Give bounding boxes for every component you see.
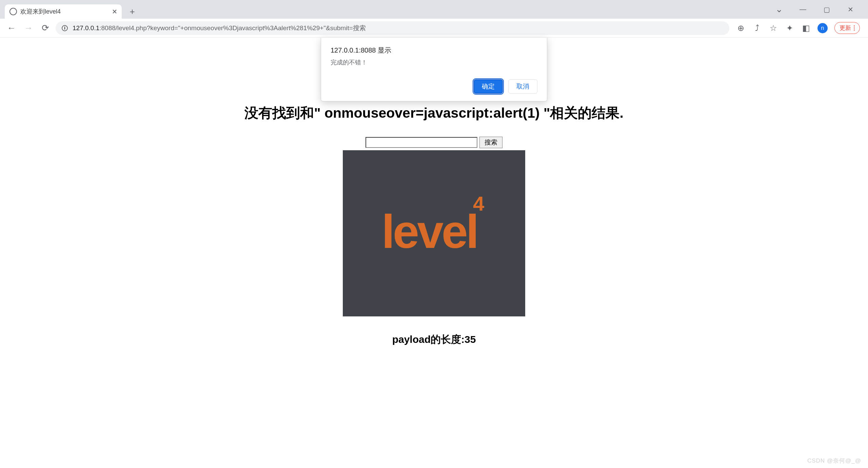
address-host: 127.0.0.1 xyxy=(73,24,99,32)
dialog-message: 完成的不错！ xyxy=(331,58,537,66)
logo-superscript: 4 xyxy=(473,192,482,215)
maximize-icon[interactable]: ▢ xyxy=(818,5,835,14)
update-label: 更新 xyxy=(840,24,851,32)
dialog-title: 127.0.0.1:8088 显示 xyxy=(331,46,537,55)
search-button[interactable]: 搜索 xyxy=(479,137,502,148)
extensions-icon[interactable]: ✦ xyxy=(785,23,794,33)
new-tab-button[interactable]: + xyxy=(126,6,138,17)
payload-length: payload的长度:35 xyxy=(0,333,868,347)
close-tab-icon[interactable] xyxy=(112,9,117,14)
menu-dots-icon xyxy=(854,25,855,31)
level-image: level4 xyxy=(343,150,525,316)
address-url: 127.0.0.1:8088/level4.php?keyword="+onmo… xyxy=(73,24,366,33)
dialog-ok-button[interactable]: 确定 xyxy=(474,79,503,94)
browser-toolbar: ← → ⟳ i 127.0.0.1:8088/level4.php?keywor… xyxy=(0,19,868,38)
level-logo: level4 xyxy=(382,208,487,259)
profile-avatar[interactable]: n xyxy=(817,23,828,33)
update-button[interactable]: 更新 xyxy=(834,22,860,34)
page-content: 没有找到和" onmouseover=javascript:alert(1) "… xyxy=(0,38,868,468)
site-info-icon[interactable]: i xyxy=(62,25,68,31)
tab-title: 欢迎来到level4 xyxy=(20,7,109,16)
browser-tab[interactable]: 欢迎来到level4 xyxy=(5,4,122,19)
minimize-icon[interactable]: — xyxy=(795,5,811,13)
browser-titlebar: 欢迎来到level4 + ⌄ — ▢ ✕ xyxy=(0,0,868,19)
chevron-down-icon[interactable]: ⌄ xyxy=(771,4,787,15)
reload-button[interactable]: ⟳ xyxy=(39,21,52,35)
watermark: CSDN @奈何@_@ xyxy=(807,457,861,465)
zoom-icon[interactable]: ⊕ xyxy=(736,23,746,33)
logo-text: level xyxy=(382,205,477,258)
window-controls: ⌄ — ▢ ✕ xyxy=(771,0,868,19)
alert-dialog: 127.0.0.1:8088 显示 完成的不错！ 确定 取消 xyxy=(321,38,547,101)
share-icon[interactable]: ⤴ xyxy=(752,23,762,33)
search-input[interactable] xyxy=(366,137,477,148)
toolbar-actions: ⊕ ⤴ ☆ ✦ ◧ n 更新 xyxy=(733,22,863,34)
forward-button[interactable]: → xyxy=(22,21,35,35)
close-window-icon[interactable]: ✕ xyxy=(842,5,859,14)
back-button[interactable]: ← xyxy=(5,21,18,35)
result-heading: 没有找到和" onmouseover=javascript:alert(1) "… xyxy=(0,104,868,122)
address-path: /level4.php?keyword="+onmouseover%3Djava… xyxy=(116,24,366,32)
dialog-actions: 确定 取消 xyxy=(331,79,537,94)
bookmark-icon[interactable]: ☆ xyxy=(769,23,778,33)
address-bar[interactable]: i 127.0.0.1:8088/level4.php?keyword="+on… xyxy=(56,21,729,35)
search-form: 搜索 xyxy=(0,137,868,148)
side-panel-icon[interactable]: ◧ xyxy=(801,23,811,33)
address-port: :8088 xyxy=(99,24,116,32)
dialog-cancel-button[interactable]: 取消 xyxy=(508,79,537,94)
globe-icon xyxy=(9,8,17,15)
